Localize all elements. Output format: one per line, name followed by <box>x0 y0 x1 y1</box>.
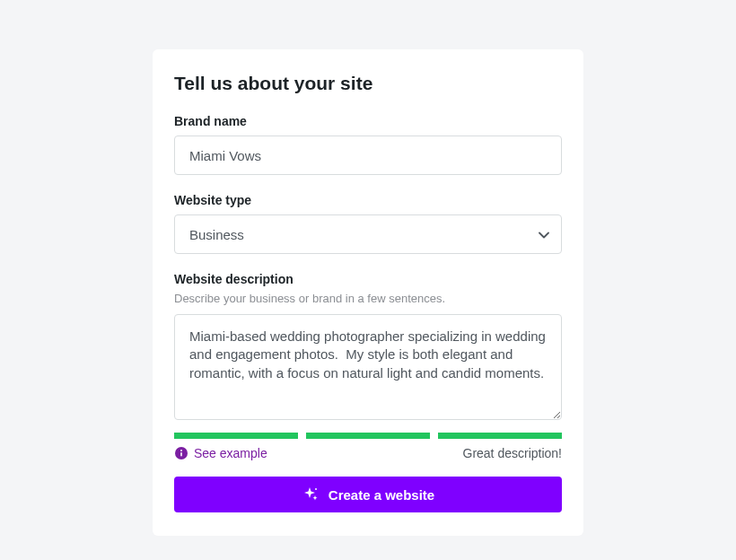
website-type-label: Website type <box>174 193 562 207</box>
create-website-label: Create a website <box>329 487 434 503</box>
svg-rect-2 <box>180 452 182 457</box>
website-type-wrapper: Business <box>174 214 562 254</box>
create-website-button[interactable]: Create a website <box>174 477 562 512</box>
strength-bar <box>174 433 562 439</box>
see-example-text: See example <box>194 446 267 460</box>
page-title: Tell us about your site <box>174 73 562 94</box>
svg-point-3 <box>315 488 317 490</box>
website-type-select[interactable]: Business <box>174 214 562 254</box>
description-textarea[interactable]: Miami-based wedding photographer special… <box>174 314 562 420</box>
strength-status: Great description! <box>463 446 563 460</box>
info-icon <box>174 446 188 460</box>
sparkle-icon <box>302 486 320 503</box>
strength-segment-2 <box>306 433 430 439</box>
brand-name-label: Brand name <box>174 114 562 128</box>
strength-segment-1 <box>174 433 298 439</box>
see-example-link[interactable]: See example <box>174 446 267 460</box>
onboarding-card: Tell us about your site Brand name Websi… <box>153 49 583 536</box>
strength-row: See example Great description! <box>174 446 562 460</box>
description-helper: Describe your business or brand in a few… <box>174 292 562 305</box>
strength-segment-3 <box>438 433 562 439</box>
brand-name-input[interactable] <box>174 136 562 175</box>
svg-point-1 <box>180 450 182 451</box>
description-label: Website description <box>174 272 562 286</box>
